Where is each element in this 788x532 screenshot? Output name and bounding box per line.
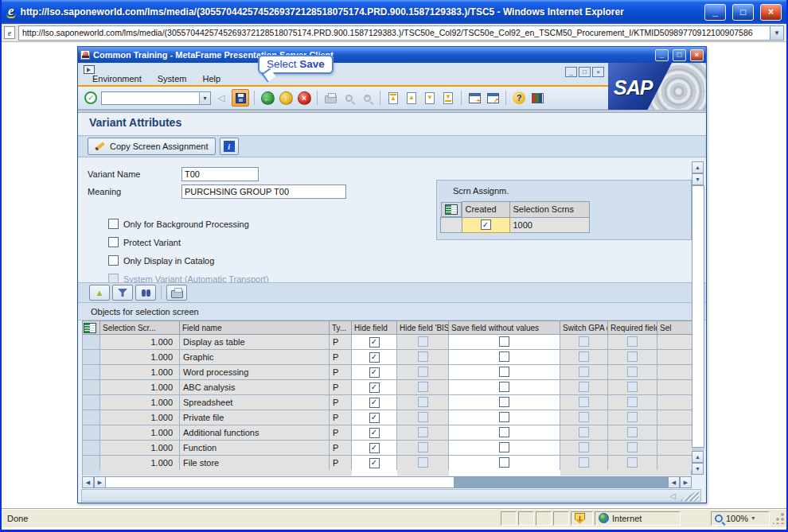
cancel-icon[interactable]: ×: [296, 90, 312, 106]
only-background-processing-checkbox[interactable]: [108, 219, 119, 229]
inner-maximize-icon[interactable]: □: [579, 67, 591, 77]
hide-field-checkbox[interactable]: [369, 398, 380, 408]
variant-name-input[interactable]: [181, 167, 259, 181]
sort-ascending-button[interactable]: ▲: [89, 285, 110, 301]
col-save-without-values[interactable]: Save field without values: [449, 321, 560, 335]
col-required-field[interactable]: Required field: [608, 321, 657, 335]
collapse-icon[interactable]: ◁: [213, 90, 229, 106]
print-list-button[interactable]: [166, 285, 187, 301]
scroll-right-icon[interactable]: ▶: [680, 476, 692, 488]
save-without-values-checkbox[interactable]: [499, 351, 509, 362]
table-scroll-down-icon[interactable]: ▼: [692, 463, 704, 475]
hide-field-checkbox[interactable]: [369, 428, 380, 438]
zoom-dropdown-icon[interactable]: ▾: [751, 515, 755, 522]
inner-minimize-icon[interactable]: _: [565, 67, 577, 77]
url-field[interactable]: http://lso.saponeworld.com/lms/media/(30…: [18, 25, 784, 41]
meaning-input[interactable]: [181, 184, 346, 199]
scroll-left-icon[interactable]: ◀: [82, 476, 94, 488]
scroll-up-icon[interactable]: ▲: [692, 161, 704, 173]
menu-system[interactable]: System: [158, 74, 187, 83]
row-selector[interactable]: [83, 425, 100, 441]
back-icon[interactable]: ←: [259, 90, 275, 106]
row-selector[interactable]: [83, 380, 100, 395]
col-sel[interactable]: Sel: [657, 321, 692, 335]
col-hide-field[interactable]: Hide field: [352, 321, 397, 335]
row-selector[interactable]: [83, 395, 100, 410]
col-selection-scr[interactable]: Selection Scr...: [100, 321, 180, 335]
hide-field-checkbox[interactable]: [369, 458, 380, 468]
vertical-scroll-thumb[interactable]: [692, 185, 704, 448]
inner-close-icon[interactable]: ×: [592, 67, 604, 77]
command-field[interactable]: ▾: [101, 91, 211, 105]
col-switch-gpa-off[interactable]: Switch GPA off: [560, 321, 608, 335]
security-icon[interactable]: !: [575, 513, 585, 524]
col-hide-field-bis[interactable]: Hide field 'BIS': [397, 321, 449, 335]
exit-icon[interactable]: ↑: [278, 90, 294, 106]
help-icon[interactable]: ?: [511, 90, 527, 106]
filter-button[interactable]: [112, 285, 133, 301]
only-display-in-catalog-checkbox[interactable]: [108, 255, 119, 266]
close-button[interactable]: ×: [760, 4, 782, 21]
table-select-all-icon[interactable]: [83, 321, 100, 335]
row-selector[interactable]: [83, 350, 100, 365]
customize-layout-icon[interactable]: [529, 90, 545, 106]
hide-field-checkbox[interactable]: [369, 413, 380, 423]
enter-icon[interactable]: ✓: [83, 90, 99, 106]
previous-page-icon[interactable]: ▲: [404, 90, 419, 106]
last-page-icon[interactable]: ▼: [440, 90, 456, 106]
hide-field-checkbox[interactable]: [369, 337, 380, 348]
create-shortcut-icon[interactable]: ↗: [485, 90, 501, 106]
horizontal-scroll-thumb[interactable]: [106, 477, 454, 487]
save-without-values-checkbox[interactable]: [499, 427, 509, 437]
save-without-values-checkbox[interactable]: [499, 412, 509, 422]
status-expand-icon[interactable]: ◁: [669, 491, 676, 500]
save-without-values-checkbox[interactable]: [499, 457, 509, 468]
col-field-name[interactable]: Field name: [180, 321, 330, 335]
zoom-control[interactable]: 100% ▾: [711, 511, 770, 526]
new-session-icon[interactable]: +: [466, 90, 482, 106]
menu-environment[interactable]: Environment: [92, 74, 142, 83]
col-created[interactable]: Created: [462, 202, 509, 218]
save-without-values-checkbox[interactable]: [499, 397, 509, 407]
scroll-left-icon[interactable]: ◀: [668, 476, 680, 488]
row-selector[interactable]: [83, 365, 100, 380]
save-without-values-checkbox[interactable]: [499, 336, 509, 347]
window-resize-grip[interactable]: [773, 512, 785, 524]
scroll-right-icon[interactable]: ▶: [94, 476, 106, 488]
first-page-icon[interactable]: ▲: [385, 90, 401, 106]
sap-resize-grip[interactable]: [680, 490, 699, 501]
search-button[interactable]: [135, 285, 156, 301]
next-page-icon[interactable]: ▼: [422, 90, 438, 106]
created-checkbox[interactable]: [481, 219, 491, 230]
hide-field-checkbox[interactable]: [369, 443, 380, 453]
minimize-button[interactable]: _: [704, 4, 726, 21]
command-dropdown-icon[interactable]: ▾: [199, 92, 210, 104]
hide-field-checkbox[interactable]: [369, 352, 380, 363]
save-button[interactable]: [232, 89, 249, 107]
table-scroll-up-icon[interactable]: ▲: [692, 451, 704, 463]
col-selection-scrns[interactable]: Selection Scrns: [509, 202, 589, 218]
hide-field-checkbox[interactable]: [369, 382, 380, 393]
row-selector[interactable]: [83, 335, 100, 350]
row-selector[interactable]: [83, 456, 100, 471]
system-menu-icon[interactable]: [84, 65, 95, 74]
save-without-values-checkbox[interactable]: [499, 382, 509, 392]
save-without-values-checkbox[interactable]: [499, 442, 509, 452]
hide-field-checkbox[interactable]: [369, 367, 380, 378]
menu-help[interactable]: Help: [202, 74, 220, 83]
protect-variant-checkbox[interactable]: [108, 237, 119, 247]
row-selector[interactable]: [83, 441, 100, 456]
url-dropdown-icon[interactable]: ▾: [770, 26, 783, 40]
row-selector[interactable]: [83, 410, 100, 425]
save-without-values-checkbox[interactable]: [499, 367, 509, 377]
info-button[interactable]: i: [220, 138, 239, 155]
mf-restore-button[interactable]: □: [673, 49, 686, 61]
scroll-down-icon[interactable]: ▼: [692, 173, 704, 185]
copy-screen-assignment-button[interactable]: Copy Screen Assignment: [88, 138, 216, 155]
mf-close-button[interactable]: ×: [690, 49, 704, 61]
row-selector[interactable]: [441, 217, 462, 232]
col-type[interactable]: Ty...: [330, 321, 352, 335]
table-icon-button[interactable]: [441, 202, 462, 217]
maximize-button[interactable]: □: [732, 4, 754, 21]
mf-minimize-button[interactable]: _: [655, 49, 669, 61]
